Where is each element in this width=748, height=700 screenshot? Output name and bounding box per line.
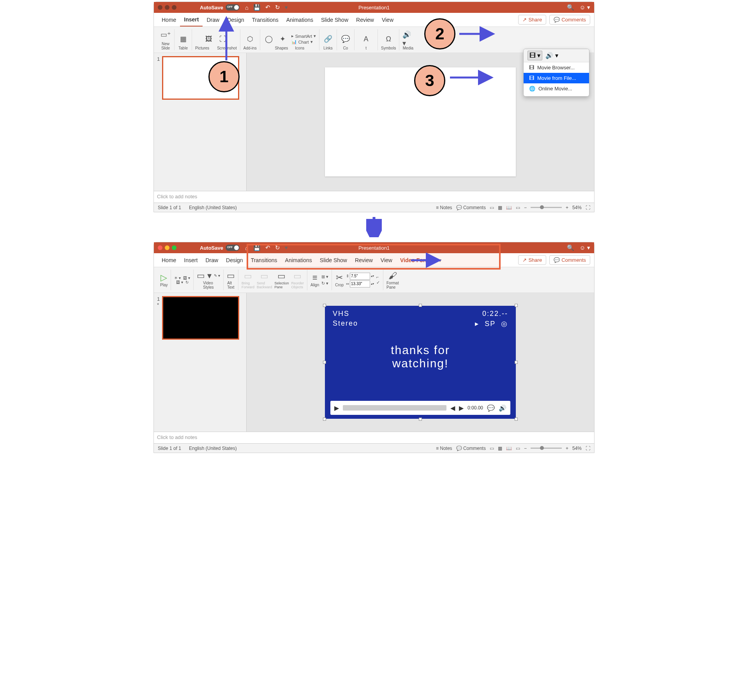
player-prev-icon[interactable]: ◀ — [450, 404, 455, 412]
video-shape-icon[interactable]: ✎ ▾ — [214, 273, 220, 278]
text-icon[interactable]: A — [361, 34, 372, 44]
notes-pane[interactable]: Click to add notes — [154, 432, 594, 443]
view-normal-icon[interactable]: ▭ — [490, 446, 494, 451]
search-icon[interactable]: 🔍 — [567, 4, 574, 11]
comments-toggle[interactable]: 💬 Comments — [456, 205, 486, 210]
lock-aspect-icon[interactable]: ⌐ — [376, 275, 380, 279]
tab-draw[interactable]: Draw — [201, 254, 222, 266]
symbols-icon[interactable]: Ω — [383, 34, 394, 44]
player-caption-icon[interactable]: 💬 — [487, 404, 495, 412]
toggle-switch[interactable] — [226, 245, 240, 251]
smartart-button[interactable]: ▸ SmartArt ▾ — [291, 34, 316, 39]
player-next-icon[interactable]: ▶ — [459, 404, 464, 412]
autosave-toggle[interactable]: AutoSave — [200, 4, 240, 11]
tab-home[interactable]: Home — [158, 254, 180, 266]
format-pane-icon[interactable]: 🖌 — [388, 271, 397, 281]
selection-pane-icon[interactable]: ▭ — [277, 271, 286, 281]
tab-view[interactable]: View — [378, 14, 397, 26]
search-icon[interactable]: 🔍 — [567, 244, 574, 251]
alt-text-icon[interactable]: ▭ — [227, 271, 235, 281]
poster-frame-icon[interactable]: 🖼 ▾ — [176, 280, 183, 284]
rotate-icon[interactable]: ↻ ▾ — [321, 281, 328, 286]
undo-icon[interactable]: ↶ — [265, 244, 270, 251]
overflow-icon[interactable]: ▾ — [285, 4, 288, 11]
home-icon[interactable]: ⌂ — [245, 4, 249, 11]
corrections-icon[interactable]: ☀ ▾ — [174, 276, 181, 280]
redo-icon[interactable]: ↻ — [275, 244, 280, 251]
close-button[interactable] — [158, 5, 162, 10]
icons-icon[interactable]: ✦ — [277, 34, 288, 44]
comments-button[interactable]: 💬 Comments — [549, 15, 590, 25]
movie-from-file-item[interactable]: 🎞 Movie from File... — [524, 73, 589, 83]
slide-canvas[interactable]: VHS Stereo 0:22.-- ▸ SP ◎ thanks for wat… — [247, 293, 594, 432]
tab-insert[interactable]: Insert — [180, 13, 203, 26]
notes-pane[interactable]: Click to add notes — [154, 191, 594, 203]
view-slideshow-icon[interactable]: ▭ — [516, 205, 520, 210]
zoom-out[interactable]: − — [524, 446, 527, 451]
tab-view[interactable]: View — [377, 254, 396, 266]
zoom-level[interactable]: 54% — [572, 205, 582, 210]
tab-slide-show[interactable]: Slide Show — [317, 14, 352, 26]
play-icon[interactable]: ▷ — [161, 273, 167, 283]
video-icon[interactable]: 🎞 ▾ — [527, 51, 542, 60]
check-icon[interactable]: ✓ — [376, 280, 380, 285]
tab-animations[interactable]: Animations — [282, 14, 317, 26]
toggle-switch[interactable] — [226, 4, 240, 11]
share-button[interactable]: ↗ Share — [518, 15, 546, 25]
zoom-button[interactable] — [172, 245, 176, 250]
zoom-slider[interactable] — [531, 448, 562, 449]
tab-review[interactable]: Review — [351, 254, 377, 266]
slide-thumbnail-pane[interactable]: 1 * — [154, 293, 247, 432]
home-icon[interactable]: ⌂ — [245, 245, 249, 251]
tab-insert[interactable]: Insert — [180, 254, 201, 266]
shapes-icon[interactable]: ◯ — [263, 34, 274, 44]
share-button[interactable]: ↗ Share — [518, 255, 546, 265]
comments-button[interactable]: 💬 Comments — [549, 255, 590, 265]
view-normal-icon[interactable]: ▭ — [490, 205, 494, 210]
tab-animations[interactable]: Animations — [281, 254, 316, 266]
zoom-in[interactable]: + — [566, 205, 568, 210]
save-icon[interactable]: 💾 — [253, 244, 261, 251]
movie-browser-item[interactable]: 🎞 Movie Browser... — [524, 62, 589, 73]
window-controls[interactable] — [158, 5, 176, 10]
tab-slide-show[interactable]: Slide Show — [316, 254, 351, 266]
tab-review[interactable]: Review — [352, 14, 378, 26]
view-reading-icon[interactable]: 📖 — [506, 205, 512, 210]
language-status[interactable]: English (United States) — [189, 205, 237, 210]
width-input[interactable] — [350, 280, 370, 287]
player-scrubber[interactable] — [343, 405, 446, 411]
notes-toggle[interactable]: ≡ Notes — [436, 205, 452, 210]
comment-icon[interactable]: 💬 — [340, 34, 351, 44]
view-slideshow-icon[interactable]: ▭ — [516, 446, 520, 451]
video-styles-icon[interactable]: ▭ ▾ — [197, 271, 212, 281]
new-slide-icon[interactable]: ▭⁺ — [160, 29, 171, 40]
crop-icon[interactable]: ✂ — [336, 273, 343, 283]
undo-icon[interactable]: ↶ — [265, 4, 270, 11]
tab-transitions[interactable]: Transitions — [247, 254, 281, 266]
online-movie-item[interactable]: 🌐 Online Movie... — [524, 83, 589, 94]
group-icon[interactable]: ⊞ ▾ — [321, 274, 328, 279]
slide-thumbnail[interactable] — [162, 296, 239, 340]
reset-design-icon[interactable]: ↻ — [185, 280, 189, 284]
video-object[interactable]: VHS Stereo 0:22.-- ▸ SP ◎ thanks for wat… — [325, 306, 516, 419]
view-sorter-icon[interactable]: ▦ — [498, 446, 502, 451]
player-volume-icon[interactable]: 🔊 — [499, 404, 506, 412]
stepper-icon[interactable]: ▴▾ — [371, 274, 374, 278]
comments-toggle[interactable]: 💬 Comments — [456, 446, 486, 451]
audio-icon[interactable]: 🔊 ▾ — [545, 52, 558, 59]
height-input[interactable] — [350, 273, 370, 280]
zoom-slider[interactable] — [531, 207, 562, 208]
player-play-icon[interactable]: ▶ — [334, 404, 339, 412]
account-icon[interactable]: ☺ ▾ — [580, 244, 590, 251]
autosave-toggle[interactable]: AutoSave — [200, 245, 240, 251]
close-button[interactable] — [158, 245, 162, 250]
chevron-down-icon[interactable]: ▾ — [439, 257, 441, 263]
tab-transitions[interactable]: Transitions — [248, 14, 282, 26]
save-icon[interactable]: 💾 — [253, 4, 261, 11]
redo-icon[interactable]: ↻ — [275, 4, 280, 11]
language-status[interactable]: English (United States) — [189, 446, 237, 451]
account-icon[interactable]: ☺ ▾ — [580, 4, 590, 11]
notes-toggle[interactable]: ≡ Notes — [436, 446, 452, 451]
pictures-icon[interactable]: 🖼 — [203, 34, 214, 44]
minimize-button[interactable] — [165, 5, 169, 10]
